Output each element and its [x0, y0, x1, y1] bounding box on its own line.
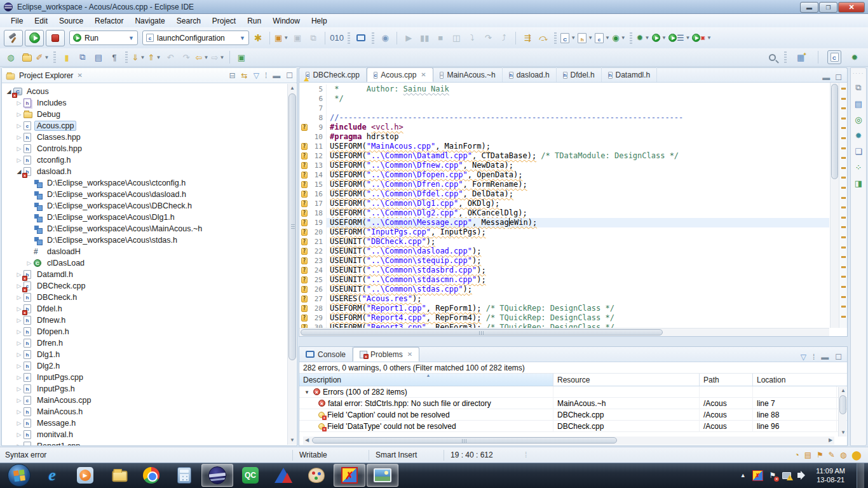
launch-config-combo[interactable]: c launchConfiguration ▼: [142, 30, 249, 45]
expand-arrow-icon[interactable]: ▷: [15, 317, 24, 323]
code-line[interactable]: ?19USEFORM("..\Common\Message.cpp", Mess…: [299, 218, 829, 227]
menu-navigate[interactable]: Navigate: [129, 15, 170, 27]
code-line[interactable]: ?11USEFORM("MainAcous.cpp", MainForm);: [299, 142, 829, 151]
expand-arrow-icon[interactable]: ▷: [15, 443, 24, 445]
new-element-button[interactable]: ◍: [4, 50, 18, 64]
step-into-button[interactable]: ⤵: [465, 31, 479, 45]
search-icon[interactable]: [769, 54, 776, 61]
tree-item[interactable]: ▷hMainAcous.h: [2, 406, 287, 417]
tree-item[interactable]: ▷hDlg2.h: [2, 360, 287, 372]
tree-item[interactable]: ▷hControls.hpp: [2, 143, 287, 154]
problems-horizontal-scrollbar[interactable]: ◀ ▶: [303, 437, 834, 445]
code-line[interactable]: ?29USEFORM("Report4.cpp", RepForm4); /* …: [299, 313, 829, 323]
expand-arrow-icon[interactable]: ▷: [15, 123, 24, 129]
eclipse[interactable]: [201, 464, 233, 487]
close-tab-icon[interactable]: ✕: [407, 351, 412, 358]
menu-run[interactable]: Run: [241, 15, 267, 27]
scrollbar-thumb[interactable]: [831, 84, 838, 179]
tree-item[interactable]: ▷cReport1.cpp: [2, 440, 287, 445]
code-line[interactable]: 6 */: [299, 94, 829, 104]
resume-button[interactable]: ▶: [402, 31, 416, 45]
annotation-mark[interactable]: [841, 157, 846, 159]
minimize-window-button[interactable]: ▬: [800, 2, 818, 13]
scroll-left-arrow[interactable]: ◀: [303, 437, 311, 444]
annotation-mark[interactable]: [841, 187, 846, 189]
annotation-mark[interactable]: [841, 127, 846, 129]
edit-icon[interactable]: ✎: [829, 451, 835, 459]
show-source-button[interactable]: ⧉: [76, 50, 90, 64]
c-cpp-perspective-button[interactable]: C: [827, 50, 841, 64]
annotation-mark[interactable]: [841, 197, 846, 199]
new-view-icon[interactable]: ❏: [855, 147, 862, 156]
minimize-view-button[interactable]: ▬: [821, 353, 829, 362]
menu-help[interactable]: Help: [306, 15, 333, 27]
problem-row[interactable]: ✕fatal error: StdCtrls.hpp: No such file…: [299, 398, 847, 409]
code-line[interactable]: ?17USEFORM("..\Common\Dlg1.cpp", OKDlg);: [299, 199, 829, 208]
open-element-button[interactable]: [20, 50, 34, 64]
close-tab-icon[interactable]: ✕: [421, 71, 426, 78]
stop-button[interactable]: [46, 30, 65, 46]
code-line[interactable]: 5 * Author: Sainu Naik: [299, 85, 829, 94]
qc-app[interactable]: QC: [234, 464, 266, 487]
volume-icon[interactable]: [797, 473, 802, 478]
debug-dropdown[interactable]: ✹▼: [636, 31, 650, 45]
scroll-down-arrow[interactable]: ▼: [839, 429, 847, 437]
toggle-step-filters-button[interactable]: ⤼: [536, 31, 550, 45]
step-return-button[interactable]: ⤴: [497, 31, 511, 45]
expand-arrow-icon[interactable]: ▷: [15, 420, 24, 426]
scroll-down-arrow[interactable]: ▼: [288, 437, 296, 444]
code-line[interactable]: 10#pragma hdrstop: [299, 132, 829, 142]
editor-tab-datamdl-h[interactable]: hDatamdl.h: [602, 67, 658, 82]
annotation-mark[interactable]: [841, 107, 846, 109]
filter-button[interactable]: ▽: [801, 353, 806, 362]
annotation-mark[interactable]: [841, 147, 846, 149]
outline-view-icon[interactable]: ▤: [855, 99, 862, 109]
red-app[interactable]: ✗: [334, 464, 365, 487]
problem-row[interactable]: Field 'DataType' could not be resolvedDB…: [299, 421, 847, 432]
column-location[interactable]: Location: [753, 374, 837, 386]
annotation-mark[interactable]: [841, 306, 846, 308]
skip-breakpoints-button[interactable]: ⇶: [520, 31, 534, 45]
project-explorer-title[interactable]: Project Explorer: [19, 71, 73, 80]
expand-arrow-icon[interactable]: ▷: [15, 363, 24, 369]
lamp-icon[interactable]: ⬤: [851, 450, 862, 460]
overview-ruler[interactable]: [839, 83, 847, 328]
action-center-icon[interactable]: ⚑✕: [770, 471, 776, 480]
annotation-mark[interactable]: [841, 88, 846, 90]
menu-window[interactable]: Window: [267, 15, 306, 27]
annotation-mark[interactable]: [841, 286, 846, 288]
annotation-mark[interactable]: [841, 276, 846, 278]
console-view-button[interactable]: [354, 31, 368, 45]
tree-item[interactable]: ▷hxDatamdl.h: [2, 269, 287, 280]
column-resource[interactable]: Resource: [553, 374, 700, 386]
minimize-editor-button[interactable]: ▬: [822, 73, 830, 82]
start-button[interactable]: [3, 464, 35, 487]
run-button[interactable]: [25, 30, 44, 46]
maximize-view-button[interactable]: ☐: [835, 353, 842, 362]
file-explorer[interactable]: [102, 464, 134, 487]
new-header-dropdown[interactable]: h▼: [578, 31, 593, 45]
minimize-view-button[interactable]: ▬: [273, 71, 280, 80]
disconnect-button[interactable]: ◫: [449, 31, 463, 45]
code-line[interactable]: ?27USERES("Acous.res");: [299, 294, 829, 304]
expand-arrow-icon[interactable]: ▷: [25, 260, 34, 266]
tip-icon[interactable]: ◔: [794, 451, 799, 459]
tree-item[interactable]: ▷hIncludes: [2, 97, 287, 109]
tasks-view-icon[interactable]: ◨: [855, 179, 862, 188]
view-menu-button[interactable]: ⁞: [265, 71, 267, 80]
open-perspective-button[interactable]: ▦✦: [795, 50, 809, 64]
code-line[interactable]: ?28USEFORM("Report1.cpp", RepForm1); /* …: [299, 304, 829, 313]
code-line[interactable]: ?12USEFORM("..\Common\Datamdl.cpp", CTDa…: [299, 151, 829, 161]
run-mode-combo[interactable]: Run ▼: [69, 30, 138, 45]
collapse-all-button[interactable]: ⊟: [229, 71, 236, 80]
code-line[interactable]: ?9#include <vcl.h>: [299, 123, 829, 132]
docs-icon[interactable]: ▤: [804, 451, 811, 459]
editor-horizontal-scrollbar[interactable]: [299, 328, 829, 336]
tree-item[interactable]: ▷cInputPgs.cpp: [2, 372, 287, 383]
back-history-dropdown[interactable]: ⇦▼: [195, 50, 209, 64]
tree-item[interactable]: ▷hxDfdel.h: [2, 303, 287, 315]
tree-item[interactable]: #dasloadH: [2, 246, 287, 257]
restore-window-button[interactable]: ❐: [819, 2, 837, 13]
menu-source[interactable]: Source: [53, 15, 89, 27]
launch-settings-button[interactable]: ✱: [251, 31, 265, 45]
